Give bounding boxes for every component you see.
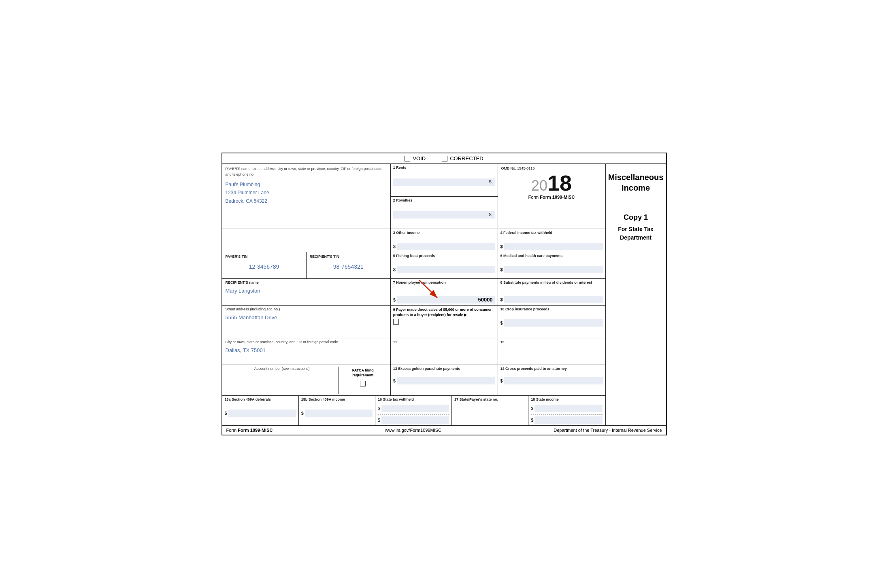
void-item: VOID bbox=[405, 155, 426, 161]
copy-description: For State Tax Department bbox=[618, 225, 654, 242]
substitute-cell: 8 Substitute payments in lieu of dividen… bbox=[498, 279, 605, 305]
row-account-13-14: Account number (see instructions) FATCA … bbox=[222, 365, 605, 396]
royalties-label: 2 Royalties bbox=[393, 198, 495, 202]
box15b-label: 15b Section 409A income bbox=[301, 397, 373, 401]
box17-cell: 17 State/Payer's state no. bbox=[452, 396, 528, 425]
box18-label: 18 State income bbox=[531, 397, 603, 401]
footer: Form Form 1099-MISC www.irs.gov/Form1099… bbox=[222, 425, 666, 435]
box16-cell: 16 State tax withheld $ $ bbox=[375, 396, 452, 425]
footer-form-name: Form 1099-MISC bbox=[238, 428, 273, 433]
direct-sales-checkbox-container bbox=[393, 319, 495, 325]
corrected-checkbox[interactable] bbox=[442, 156, 447, 161]
box16-amt1: $ bbox=[378, 405, 449, 412]
box14-amt: $ bbox=[500, 377, 603, 384]
substitute-amt: $ bbox=[500, 296, 603, 303]
other-income-value bbox=[397, 243, 495, 250]
box15a-amt: $ bbox=[225, 410, 296, 417]
row-15-18: 15a Section 409A deferrals $ 15b Section… bbox=[222, 396, 605, 425]
box16-divider bbox=[378, 414, 449, 415]
medical-label: 6 Medical and health care payments bbox=[500, 254, 603, 258]
account-label: Account number (see instructions) bbox=[226, 367, 339, 371]
row-payer-rents: PAYER'S name, street address, city or to… bbox=[222, 164, 605, 229]
box16-value1 bbox=[381, 405, 449, 412]
payer-address: 1234 Plummer Lane bbox=[226, 189, 387, 197]
federal-tax-cell: 4 Federal income tax withheld $ bbox=[498, 229, 605, 252]
crop-label: 10 Crop insurance proceeds bbox=[500, 307, 603, 311]
recipient-tin-value: 98-7654321 bbox=[310, 259, 387, 270]
box18-amt1: $ bbox=[531, 405, 603, 412]
omb-number: OMB No. 1545-0115 bbox=[501, 166, 602, 170]
substitute-value bbox=[504, 296, 603, 303]
copy-section: Miscellaneous Income Copy 1 For State Ta… bbox=[605, 164, 666, 425]
nonemployee-value: 50000 bbox=[397, 296, 495, 304]
for-state-label: For State Tax bbox=[618, 225, 654, 234]
box18-amt2: $ bbox=[531, 416, 603, 424]
box18-cell: 18 State income $ $ bbox=[528, 396, 605, 425]
box16-label: 16 State tax withheld bbox=[378, 397, 449, 401]
box16-amt2: $ bbox=[378, 416, 449, 424]
crop-amt: $ bbox=[500, 319, 603, 327]
box17-label: 17 State/Payer's state no. bbox=[454, 397, 526, 401]
account-fatca-cell: Account number (see instructions) FATCA … bbox=[222, 365, 391, 395]
payer-field-label: PAYER'S name, street address, city or to… bbox=[226, 166, 387, 177]
street-cell: Street address (including apt. no.) 5555… bbox=[222, 306, 391, 338]
corrected-label: CORRECTED bbox=[450, 155, 483, 161]
substitute-label: 8 Substitute payments in lieu of dividen… bbox=[500, 280, 603, 284]
box15b-cell: 15b Section 409A income $ bbox=[299, 396, 375, 425]
row-street-sales: Street address (including apt. no.) 5555… bbox=[222, 306, 605, 338]
year-suffix: 18 bbox=[547, 172, 572, 194]
box12-label: 12 bbox=[500, 340, 603, 344]
year-display: 20 18 bbox=[501, 172, 602, 194]
form-1099-misc: VOID CORRECTED PAYER'S name, street addr… bbox=[221, 153, 667, 435]
box13-cell: 13 Excess golden parachute payments $ bbox=[391, 365, 498, 395]
nonemployee-cell: 7 Nonemployee compensation $ 50000 bbox=[391, 279, 498, 305]
fatca-label: FATCA filing requirement bbox=[341, 368, 385, 378]
body-container: PAYER'S name, street address, city or to… bbox=[222, 164, 666, 425]
direct-sales-checkbox[interactable] bbox=[393, 319, 399, 325]
misc-income-header: Miscellaneous Income bbox=[608, 172, 664, 193]
other-income-cell: 3 Other income $ bbox=[391, 229, 498, 252]
form-name-tag: Form Form 1099-MISC bbox=[501, 195, 602, 200]
street-label: Street address (including apt. no.) bbox=[226, 307, 387, 311]
payer-values: Paul's Plumbing 1234 Plummer Lane Bedroc… bbox=[226, 180, 387, 205]
street-value: 5555 Manhattan Drive bbox=[226, 311, 387, 322]
box13-value bbox=[397, 377, 495, 384]
rents-amount: $ bbox=[393, 178, 495, 186]
box15b-amt: $ bbox=[301, 410, 373, 417]
recipient-name-value: Mary Langston bbox=[226, 284, 387, 295]
payer-name: Paul's Plumbing bbox=[226, 180, 387, 189]
box18-value1 bbox=[535, 405, 603, 412]
void-label: VOID bbox=[413, 155, 426, 161]
fishing-cell: 5 Fishing boat proceeds $ bbox=[391, 252, 498, 278]
box15a-label: 15a Section 409A deferrals bbox=[225, 397, 296, 401]
void-corrected-bar: VOID CORRECTED bbox=[222, 153, 666, 164]
copy1-label: Copy 1 bbox=[624, 213, 648, 222]
city-label: City or town, state or province, country… bbox=[226, 340, 387, 344]
box13-label: 13 Excess golden parachute payments bbox=[393, 367, 495, 371]
rents-field: 1 Rents $ bbox=[391, 164, 498, 197]
row-other-federal: 3 Other income $ 4 Federal income tax wi… bbox=[222, 229, 605, 252]
corrected-item: CORRECTED bbox=[442, 155, 483, 161]
fatca-checkbox[interactable] bbox=[360, 381, 366, 386]
other-income-label: 3 Other income bbox=[393, 231, 495, 235]
payer-info-cell: PAYER'S name, street address, city or to… bbox=[222, 164, 391, 229]
void-checkbox[interactable] bbox=[405, 156, 410, 161]
city-value: Dallas, TX 75001 bbox=[226, 344, 387, 355]
royalties-amount: $ bbox=[393, 211, 495, 219]
payer-city-state: Bedrock, CA 54322 bbox=[226, 197, 387, 205]
federal-tax-label: 4 Federal income tax withheld bbox=[500, 231, 603, 235]
recipient-name-label: RECIPIENT'S name bbox=[226, 280, 387, 284]
box14-value bbox=[504, 377, 603, 384]
recipient-name-cell: RECIPIENT'S name Mary Langston bbox=[222, 279, 391, 305]
row-city-11-12: City or town, state or province, country… bbox=[222, 338, 605, 365]
misc-income-line2: Income bbox=[608, 183, 664, 193]
row-recipient-nonemployee: RECIPIENT'S name Mary Langston 7 Nonempl… bbox=[222, 279, 605, 306]
federal-tax-amt: $ bbox=[500, 243, 603, 250]
city-cell: City or town, state or province, country… bbox=[222, 338, 391, 365]
box15b-value bbox=[305, 410, 373, 417]
footer-website: www.irs.gov/Form1099MISC bbox=[385, 428, 441, 433]
recipient-tin-cell: RECIPIENT'S TIN 98-7654321 bbox=[307, 252, 391, 278]
rents-royalties-col: 1 Rents $ 2 Royalties $ bbox=[391, 164, 498, 229]
federal-tax-value bbox=[504, 243, 603, 250]
form-name-bold: Form 1099-MISC bbox=[540, 195, 575, 200]
